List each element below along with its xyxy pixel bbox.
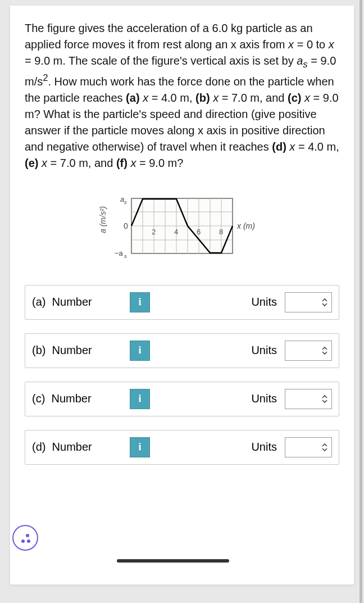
svg-text:2: 2 (152, 228, 156, 236)
avatar[interactable] (12, 525, 38, 551)
part-label: (b) Number (32, 344, 122, 357)
part-label: (a) Number (32, 296, 122, 309)
answer-row-c: (c) Number i Units (25, 382, 339, 416)
units-label: Units (251, 441, 277, 454)
answer-row-d: (d) Number i Units (25, 430, 339, 465)
svg-text:−a: −a (115, 249, 124, 257)
info-icon[interactable]: i (130, 292, 150, 312)
answer-rows: (a) Number i Units (b) Number i Units (25, 285, 339, 465)
info-icon[interactable]: i (130, 437, 150, 457)
part-label: (d) Number (32, 441, 122, 454)
number-input-a[interactable] (158, 292, 208, 312)
answer-row-a: (a) Number i Units (25, 285, 339, 320)
svg-text:8: 8 (219, 228, 223, 236)
units-label: Units (251, 296, 277, 309)
units-label: Units (251, 392, 277, 405)
info-icon[interactable]: i (130, 341, 150, 361)
svg-text:s: s (124, 200, 127, 205)
svg-text:6: 6 (197, 228, 201, 236)
svg-text:4: 4 (174, 228, 178, 236)
scrollbar-horizontal[interactable] (117, 559, 229, 563)
svg-text:a (m/s²): a (m/s²) (98, 206, 107, 233)
svg-text:0: 0 (124, 221, 128, 230)
units-select-a[interactable] (285, 292, 332, 312)
svg-text:x (m): x (m) (236, 221, 255, 230)
number-input-d[interactable] (158, 437, 208, 457)
svg-text:s: s (124, 253, 127, 259)
answer-row-b: (b) Number i Units (25, 333, 339, 368)
scrollbar-vertical[interactable] (360, 0, 362, 603)
units-select-d[interactable] (285, 437, 332, 457)
units-select-c[interactable] (285, 389, 332, 409)
acceleration-graph: a (m/s²) as 0 −as 2 (25, 184, 339, 268)
part-label: (c) Number (32, 392, 122, 405)
units-select-b[interactable] (285, 341, 332, 361)
number-input-b[interactable] (158, 341, 208, 361)
number-input-c[interactable] (158, 389, 208, 409)
info-icon[interactable]: i (130, 389, 150, 409)
question-card: The figure gives the acceleration of a 6… (10, 6, 354, 584)
problem-text: The figure gives the acceleration of a 6… (25, 20, 339, 171)
units-label: Units (251, 344, 277, 357)
